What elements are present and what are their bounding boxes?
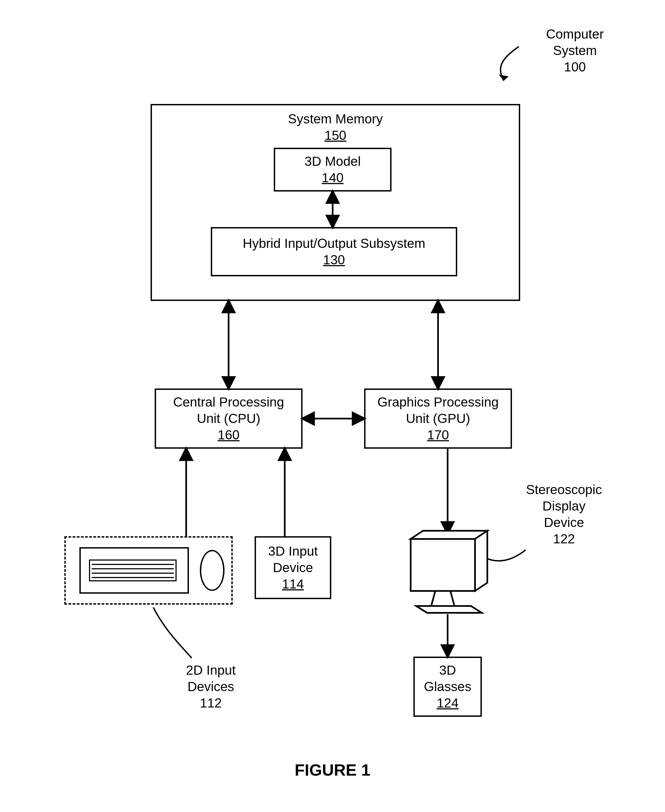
input3d-title-l2: Device <box>273 560 313 575</box>
input2d-label-num: 112 <box>200 696 222 710</box>
gpu-title-l2: Unit (GPU) <box>406 411 470 426</box>
cpu-label: Central Processing Unit (CPU) 160 <box>173 394 284 443</box>
model-title: 3D Model <box>305 154 360 168</box>
system-memory-title: System Memory <box>288 112 383 126</box>
input2d-leader-line <box>153 607 192 658</box>
gpu-title-l1: Graphics Processing <box>378 395 499 409</box>
input3d-label: 3D Input Device 114 <box>268 543 318 592</box>
gpu-num: 170 <box>427 428 449 442</box>
glasses-title-l1: 3D <box>439 663 456 677</box>
system-title-num: 100 <box>564 60 586 74</box>
glasses-title-l2: Glasses <box>424 679 471 694</box>
system-title-label: Computer System 100 <box>520 26 630 75</box>
input2d-label-l2: Devices <box>188 679 234 694</box>
mouse-icon <box>200 550 224 591</box>
glasses-box: 3D Glasses 124 <box>413 657 482 717</box>
cpu-title-l1: Central Processing <box>173 395 284 409</box>
input3d-num: 114 <box>282 577 304 591</box>
cpu-num: 160 <box>218 428 239 442</box>
display-leader-line <box>486 550 526 561</box>
hybrid-box: Hybrid Input/Output Subsystem 130 <box>211 227 457 276</box>
model-num: 140 <box>322 170 344 185</box>
glasses-label: 3D Glasses 124 <box>424 662 471 711</box>
monitor-icon <box>411 531 487 613</box>
system-title-line2: System <box>553 43 597 58</box>
system-memory-label: System Memory 150 <box>288 111 383 144</box>
display-label-l3: Device <box>544 515 584 530</box>
display-label: Stereoscopic Display Device 122 <box>515 482 613 547</box>
system-memory-num: 150 <box>324 128 346 142</box>
glasses-num: 124 <box>437 696 459 710</box>
gpu-box: Graphics Processing Unit (GPU) 170 <box>364 389 512 449</box>
hybrid-title: Hybrid Input/Output Subsystem <box>243 236 426 251</box>
diagram-canvas: Computer System 100 System Memory 150 3D… <box>0 0 665 812</box>
input2d-label: 2D Input Devices 112 <box>170 662 252 711</box>
model-box: 3D Model 140 <box>274 148 391 191</box>
input2d-label-l1: 2D Input <box>186 663 236 677</box>
model-label: 3D Model 140 <box>305 153 360 186</box>
hybrid-num: 130 <box>323 253 345 267</box>
cpu-box: Central Processing Unit (CPU) 160 <box>155 389 303 449</box>
display-label-l1: Stereoscopic <box>526 482 602 497</box>
cpu-title-l2: Unit (CPU) <box>197 411 260 426</box>
input3d-box: 3D Input Device 114 <box>255 536 331 599</box>
figure-caption: FIGURE 1 <box>0 761 665 779</box>
hybrid-label: Hybrid Input/Output Subsystem 130 <box>243 235 426 268</box>
keyboard-icon <box>79 547 189 594</box>
input3d-title-l1: 3D Input <box>268 544 318 559</box>
system-title-line1: Computer <box>546 27 604 41</box>
gpu-label: Graphics Processing Unit (GPU) 170 <box>378 394 499 443</box>
title-leader-line <box>500 46 519 81</box>
display-label-num: 122 <box>553 532 575 546</box>
figure-caption-text: FIGURE 1 <box>295 761 370 779</box>
display-label-l2: Display <box>542 499 585 513</box>
